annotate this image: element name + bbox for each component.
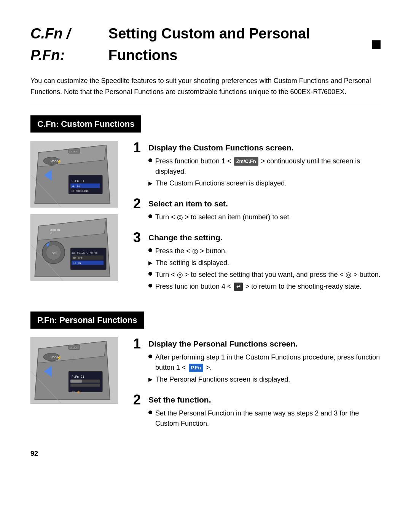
bullet-dot-icon	[148, 214, 152, 218]
pfn-step-2-body: Set the Personal Function in the same wa…	[148, 408, 381, 429]
cfn-step-3-number: 3	[133, 231, 145, 244]
pfn-step-2-bullet-1: Set the Personal Function in the same wa…	[148, 408, 381, 429]
svg-text:P.Fn 01: P.Fn 01	[72, 375, 84, 378]
pfn-step-1-number: 1	[133, 337, 145, 351]
arrow-icon: ▶	[148, 259, 153, 267]
svg-text:0: OFF: 0: OFF	[73, 256, 83, 259]
svg-text:C.Fn 01: C.Fn 01	[72, 179, 84, 182]
pfn-step-1-body: After performing step 1 in the Custom Fu…	[148, 352, 381, 385]
cfn-step-1-bullet-1: Press function button 1 < Zm/C.Fn > cont…	[148, 156, 381, 177]
cfn-step-3-bullet-2: ▶ The setting is displayed.	[148, 258, 381, 268]
bullet-dot-icon	[148, 411, 152, 414]
svg-text:CLEAR: CLEAR	[70, 346, 77, 348]
title-rest: Setting Custom and Personal Functions	[108, 23, 365, 66]
svg-text:LOCK ON: LOCK ON	[50, 228, 60, 231]
svg-text:⚡: ⚡	[57, 355, 62, 360]
bullet-dot-icon	[148, 248, 152, 252]
cfn-step-3-bullet-4: Press func ion button 4 < ↩ > to return …	[148, 281, 381, 292]
intro-paragraph: You can customize the Speedlite features…	[30, 75, 381, 97]
arrow-icon: ▶	[148, 179, 153, 187]
cfn-step-1-number: 1	[133, 141, 145, 155]
cfn-step-2-number: 2	[133, 197, 145, 211]
cfn-step-1-body: Press function button 1 < Zm/C.Fn > cont…	[148, 156, 381, 189]
pfn-step-2-title: Set the function.	[148, 393, 211, 405]
cfn-section-content: MODE CLEAR ⚡ C.Fn 01 0: ON ☰⊙ MODELING	[30, 141, 381, 300]
svg-text:☰⊙ MODELING: ☰⊙ MODELING	[70, 190, 89, 193]
cfn-step-1-title: Display the Custom Functions screen.	[148, 141, 294, 153]
svg-text:OFF: OFF	[50, 232, 54, 234]
pfn-step-2: 2 Set the function. Set the Personal Fun…	[133, 393, 381, 429]
cfn-steps-column: 1 Display the Custom Functions screen. P…	[133, 141, 381, 300]
svg-text:0: ON: 0: ON	[72, 185, 80, 188]
pfn-step-1-bullet-2: ▶ The Personal Functions screen is displ…	[148, 374, 381, 385]
bullet-dot-icon	[148, 272, 152, 276]
pfn-badge: P.Fn	[189, 364, 204, 372]
svg-text:CLEAR: CLEAR	[70, 150, 77, 152]
page-number: 92	[30, 449, 381, 459]
pfn-section-header: P.Fn: Personal Functions	[30, 312, 144, 329]
cfn-step-3-bullet-3: Turn < ◎ > to select the setting that yo…	[148, 270, 381, 280]
pfn-step-1-title: Display the Personal Functions screen.	[148, 337, 298, 349]
arrow-icon: ▶	[148, 375, 153, 383]
cfn-step-3-body: Press the < ◎ > button. ▶ The setting is…	[148, 246, 381, 292]
pfn-camera-image-1: MODE CLEAR ⚡ P.Fn 01 ☰⊙ 🔆	[30, 337, 118, 404]
section-divider	[30, 106, 381, 106]
cfn-section: C.Fn: Custom Functions MODE CL	[30, 115, 381, 300]
svg-text:1: ON: 1: ON	[73, 262, 81, 265]
cfn-step-3-bullet-1: Press the < ◎ > button.	[148, 246, 381, 256]
pfn-step-1-bullet-1: After performing step 1 in the Custom Fu…	[148, 352, 381, 373]
cfn-step-1-bullet-2: ▶ The Custom Functions screen is display…	[148, 178, 381, 189]
pfn-section: P.Fn: Personal Functions MODE CLEAR ⚡	[30, 312, 381, 437]
cfn-step-2-bullet-1: Turn < ◎ > to select an item (number) to…	[148, 212, 381, 222]
svg-text:☰⊙ QUICK  C.Fn 06: ☰⊙ QUICK C.Fn 06	[72, 251, 97, 254]
page-title: C.Fn / P.Fn: Setting Custom and Personal…	[30, 23, 381, 66]
cfn-step-2-title: Select an item to set.	[148, 197, 228, 209]
cfn-images-column: MODE CLEAR ⚡ C.Fn 01 0: ON ☰⊙ MODELING	[30, 141, 122, 300]
zm-cfn-badge: Zm/C.Fn	[234, 157, 258, 166]
cfn-camera-image-1: MODE CLEAR ⚡ C.Fn 01 0: ON ☰⊙ MODELING	[30, 141, 118, 208]
cfn-section-header: C.Fn: Custom Functions	[30, 115, 141, 133]
bullet-dot-icon	[148, 355, 152, 358]
svg-text:⚡: ⚡	[57, 159, 62, 164]
pfn-step-2-number: 2	[133, 393, 145, 407]
cfn-step-3: 3 Change the setting. Press the < ◎ > bu…	[133, 231, 381, 292]
bullet-dot-icon	[148, 158, 152, 162]
cfn-step-2-body: Turn < ◎ > to select an item (number) to…	[148, 212, 381, 222]
bullet-dot-icon	[148, 284, 152, 288]
pfn-step-1: 1 Display the Personal Functions screen.…	[133, 337, 381, 385]
return-badge: ↩	[234, 283, 243, 291]
cfn-step-3-title: Change the setting.	[148, 231, 223, 243]
pfn-images-column: MODE CLEAR ⚡ P.Fn 01 ☰⊙ 🔆	[30, 337, 122, 437]
cfn-step-2: 2 Select an item to set. Turn < ◎ > to s…	[133, 197, 381, 222]
svg-text:SEL: SEL	[52, 251, 58, 254]
svg-rect-43	[70, 379, 82, 382]
svg-rect-44	[70, 383, 100, 387]
pfn-section-content: MODE CLEAR ⚡ P.Fn 01 ☰⊙ 🔆	[30, 337, 381, 437]
svg-text:☰⊙ 🔆: ☰⊙ 🔆	[72, 390, 80, 394]
title-square-icon	[372, 40, 381, 49]
cfn-step-1: 1 Display the Custom Functions screen. P…	[133, 141, 381, 189]
title-cfn-pfn: C.Fn / P.Fn:	[30, 23, 104, 66]
pfn-steps-column: 1 Display the Personal Functions screen.…	[133, 337, 381, 437]
cfn-camera-image-2: LOCK ON OFF SEL ☰⊙ QUICK C.Fn 06 0: OFF …	[30, 214, 118, 281]
